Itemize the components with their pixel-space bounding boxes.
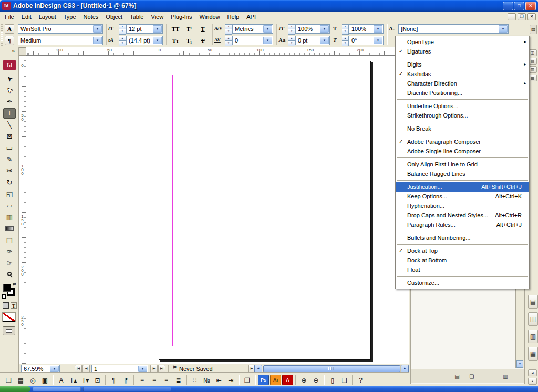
zoom-tool[interactable] [3, 270, 16, 280]
previous-page-button[interactable]: ◀ [82, 365, 90, 373]
tracking-stepper[interactable] [225, 36, 231, 45]
note-tool[interactable]: ▤ [3, 235, 16, 246]
menu-help[interactable]: Help [224, 12, 243, 23]
shear-tool[interactable]: ▱ [3, 200, 16, 211]
control-panel-menu-button[interactable]: ▤ [530, 25, 537, 34]
menu-item-character-direction[interactable]: Character Direction► [396, 79, 529, 88]
increase-indent-icon[interactable]: ⇥ [225, 375, 236, 385]
table-panel-icon[interactable]: ▦ [528, 347, 538, 361]
document-close-button[interactable]: ✕ [527, 13, 536, 20]
decrease-indent-icon[interactable]: ⇤ [213, 375, 224, 385]
menu-item-adobe-single-line-composer[interactable]: Adobe Single-line Composer [396, 146, 529, 156]
fill-swatch[interactable] [3, 284, 11, 292]
menu-type[interactable]: Type [60, 12, 80, 23]
help-icon[interactable]: ? [355, 375, 366, 385]
acrobat-icon[interactable]: A [282, 375, 293, 385]
menu-item-no-break[interactable]: No Break [396, 124, 529, 133]
justify-icon[interactable]: ≣ [173, 375, 184, 385]
font-size-stepper[interactable] [119, 24, 125, 34]
horizontal-scrollbar[interactable] [263, 365, 401, 373]
panel-options-icon[interactable]: ▤ [452, 372, 462, 380]
menu-item-bullets-and-numbering[interactable]: Bullets and Numbering... [396, 233, 529, 242]
vertical-scale-select[interactable]: 100% [295, 24, 330, 34]
taskbar-item[interactable] [33, 387, 81, 391]
illustrator-icon[interactable]: Ai [270, 375, 281, 385]
save-icon[interactable]: ▣ [39, 375, 50, 385]
font-icon[interactable]: A [56, 375, 67, 385]
document-restore-button[interactable]: ❐ [518, 13, 526, 20]
eyedropper-tool[interactable]: ✑ [3, 247, 16, 257]
default-fill-stroke-icon[interactable] [2, 294, 6, 299]
photoshop-icon[interactable]: Ps [258, 375, 269, 385]
menu-item-digits[interactable]: Digits► [396, 60, 529, 69]
scrollbar-thumb[interactable] [263, 365, 400, 372]
menu-item-kashidas[interactable]: ✓Kashidas [396, 69, 529, 79]
first-page-button[interactable]: |◀ [75, 365, 82, 373]
underline-button[interactable]: T [196, 24, 209, 34]
small-caps-button[interactable]: Tт [169, 36, 182, 45]
document-minimize-button[interactable]: – [508, 13, 516, 20]
pasteboard[interactable] [26, 56, 409, 364]
increase-font-size-icon[interactable]: T▴ [68, 375, 79, 385]
frame-tool[interactable]: ⊠ [3, 131, 16, 142]
menu-view[interactable]: View [147, 12, 167, 23]
dock-options-icon[interactable]: ▪ [528, 378, 537, 385]
font-style-select[interactable]: Medium [18, 36, 103, 45]
pen-tool[interactable]: ✒ [3, 97, 16, 107]
free-transform-tool[interactable]: ▦ [3, 212, 16, 223]
skew-stepper[interactable] [342, 36, 348, 45]
pencil-tool[interactable]: ✎ [3, 154, 16, 165]
all-caps-button[interactable]: TT [169, 24, 182, 34]
delete-icon[interactable]: ▥ [501, 372, 510, 380]
menu-item-dock-at-top[interactable]: ✓Dock at Top [396, 246, 529, 256]
hand-tool[interactable]: ☞ [3, 258, 16, 269]
paragraph-formatting-button[interactable]: ¶ [5, 36, 14, 45]
close-button[interactable]: ✕ [525, 2, 536, 10]
scale-tool[interactable]: ◱ [3, 189, 16, 199]
maximize-button[interactable]: □ [514, 2, 524, 10]
menu-item-balance-ragged-lines[interactable]: Balance Ragged Lines [396, 169, 529, 178]
taskbar-item[interactable] [83, 387, 171, 391]
dock-collapse-chevron-icon[interactable]: » [2, 48, 16, 56]
pages-spread-icon[interactable]: ◫ [528, 312, 538, 326]
character-style-select[interactable]: [None] [398, 24, 509, 34]
leading-stepper[interactable] [119, 36, 125, 45]
next-page-button[interactable]: ▶ [150, 365, 158, 373]
scroll-left-button[interactable]: ◄ [254, 365, 262, 373]
subscript-button[interactable]: T₁ [183, 36, 195, 45]
align-center-icon[interactable]: ≡ [149, 375, 160, 385]
bullets-icon[interactable]: ∷ [189, 375, 200, 385]
book-icon[interactable]: ▤ [15, 375, 26, 385]
new-item-icon[interactable]: ❏ [467, 372, 477, 380]
kerning-stepper[interactable] [225, 24, 231, 34]
paragraph-icon[interactable]: ¶ [108, 375, 119, 385]
menu-item-hyphenation[interactable]: Hyphenation... [396, 201, 529, 210]
menu-item-adobe-paragraph-composer[interactable]: ✓Adobe Paragraph Composer [396, 137, 529, 146]
gradient-tool[interactable] [3, 224, 16, 234]
menu-item-customize[interactable]: Customize... [396, 278, 529, 288]
strikethrough-button[interactable]: T [196, 36, 209, 45]
menu-item-float[interactable]: Float [396, 265, 529, 274]
font-family-select[interactable]: WinSoft Pro [18, 24, 103, 34]
page-icon[interactable]: ▯ [327, 375, 338, 385]
align-left-icon[interactable]: ≡ [137, 375, 148, 385]
apply-none-button[interactable] [3, 313, 15, 322]
menu-item-drop-caps-and-nested-styles[interactable]: Drop Caps and Nested Styles...Alt+Ctrl+R [396, 210, 529, 220]
menu-item-underline-options[interactable]: Underline Options... [396, 101, 529, 111]
line-tool[interactable]: ╲ [3, 120, 16, 130]
vertical-scale-stepper[interactable] [288, 24, 294, 34]
horizontal-scale-select[interactable]: 100% [349, 24, 384, 34]
menu-item-opentype[interactable]: OpenType► [396, 37, 529, 47]
scroll-right-button[interactable]: ► [401, 365, 409, 373]
collapse-dock-icon[interactable]: ◂ [528, 369, 537, 376]
menu-item-only-align-first-line-to-grid[interactable]: Only Align First Line to Grid [396, 160, 529, 169]
menu-item-diacritic-positioning[interactable]: Diacritic Positioning... [396, 88, 529, 98]
document-page[interactable] [159, 61, 371, 360]
vertical-ruler[interactable]: 05 01 0 01 5 02 0 02 5 03 0 0 [19, 56, 26, 364]
decrease-font-size-icon[interactable]: T▾ [80, 375, 91, 385]
insert-pages-icon[interactable]: ❐ [242, 375, 253, 385]
page-number-select[interactable]: 1 [91, 365, 148, 373]
zoom-level-select[interactable]: 67.59% [21, 365, 60, 373]
swatches-panel-icon[interactable]: ▤ [528, 295, 538, 309]
formatting-affects-text-button[interactable]: T [11, 302, 17, 309]
